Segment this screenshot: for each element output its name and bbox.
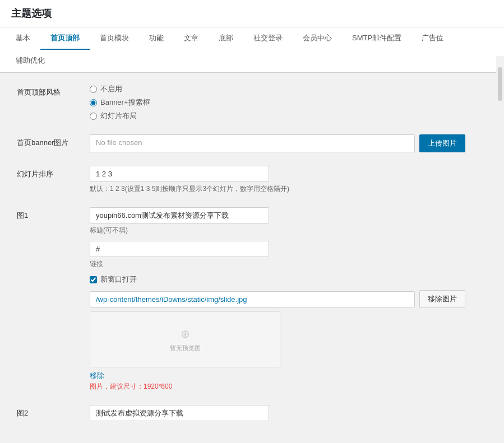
slideshow-order-section: 幻灯片排序 默认：1 2 3(设置1 3 5则按顺序只显示3个幻灯片，数字用空格… — [17, 166, 465, 194]
tab-homepage-module[interactable]: 首页模块 — [90, 27, 139, 50]
radio-slideshow[interactable]: 幻灯片布局 — [90, 111, 465, 121]
slide1-title-label: 标题(可不填) — [90, 226, 465, 235]
banner-image-label: 首页banner图片 — [17, 134, 90, 148]
page-title: 主题选项 — [0, 0, 504, 27]
slide1-label: 图1 — [17, 207, 90, 221]
slide1-image-hint: 图片，建议尺寸：1920*600 — [90, 382, 465, 391]
tab-basic[interactable]: 基本 — [6, 27, 40, 50]
upload-image-button[interactable]: 上传图片 — [419, 134, 465, 152]
image-placeholder-icon: ⊕ — [181, 327, 190, 341]
radio-banner[interactable]: Banner+搜索框 — [90, 97, 465, 108]
slide1-link-label: 链接 — [90, 259, 465, 269]
style-section: 首页顶部风格 不启用 Banner+搜索框 幻灯片布局 — [17, 84, 465, 121]
file-input-display: No file chosen — [90, 134, 415, 152]
radio-disabled[interactable]: 不启用 — [90, 84, 465, 94]
tab-member-center[interactable]: 会员中心 — [293, 27, 342, 50]
tab-social-login[interactable]: 社交登录 — [243, 27, 293, 50]
radio-disabled-label: 不启用 — [100, 84, 122, 94]
tab-function[interactable]: 功能 — [139, 27, 174, 50]
slideshow-order-input[interactable] — [90, 166, 269, 182]
image-preview-text: 暂无预览图 — [170, 344, 201, 352]
slide1-image-preview: ⊕ 暂无预览图 — [90, 311, 280, 367]
slide1-link-row: 链接 — [90, 241, 465, 269]
slideshow-order-control: 默认：1 2 3(设置1 3 5则按顺序只显示3个幻灯片，数字用空格隔开) — [90, 166, 465, 194]
tab-aux-optimize[interactable]: 辅助优化 — [6, 50, 55, 72]
banner-image-control: No file chosen 上传图片 — [90, 134, 465, 152]
file-row: No file chosen 上传图片 — [90, 134, 465, 152]
slide1-new-window-label: 新窗口打开 — [100, 274, 137, 285]
slide2-title-input[interactable] — [90, 405, 269, 421]
radio-disabled-input[interactable] — [90, 86, 97, 93]
slide2-label: 图2 — [17, 405, 90, 418]
style-label: 首页顶部风格 — [17, 84, 90, 97]
scrollbar-thumb[interactable] — [498, 67, 502, 101]
slide1-remove-link[interactable]: 移除 — [90, 371, 104, 381]
style-radio-group: 不启用 Banner+搜索框 幻灯片布局 — [90, 84, 465, 121]
slideshow-order-label: 幻灯片排序 — [17, 166, 90, 179]
tab-adspot[interactable]: 广告位 — [411, 27, 454, 50]
slideshow-order-hint: 默认：1 2 3(设置1 3 5则按顺序只显示3个幻灯片，数字用空格隔开) — [90, 184, 465, 194]
slide1-link-input[interactable] — [90, 241, 269, 257]
content-area: 首页顶部风格 不启用 Banner+搜索框 幻灯片布局 首页banner图片 — [0, 73, 482, 443]
scrollbar[interactable] — [496, 56, 504, 280]
style-control: 不启用 Banner+搜索框 幻灯片布局 — [90, 84, 465, 121]
tab-footer[interactable]: 底部 — [209, 27, 243, 50]
tabs-bar: 基本 首页顶部 首页模块 功能 文章 底部 社交登录 会员中心 SMTP邮件配置… — [0, 27, 504, 73]
slide1-new-window[interactable]: 新窗口打开 — [90, 274, 465, 285]
tab-homepage-top[interactable]: 首页顶部 — [40, 27, 90, 50]
slide1-remove-image-button[interactable]: 移除图片 — [419, 290, 465, 308]
radio-banner-label: Banner+搜索框 — [100, 97, 150, 108]
slide1-image-path-input[interactable] — [90, 291, 415, 307]
slide1-new-window-checkbox[interactable] — [90, 276, 97, 283]
banner-image-section: 首页banner图片 No file chosen 上传图片 — [17, 134, 465, 152]
slide2-section: 图2 — [17, 405, 465, 421]
slide1-control: 标题(可不填) 链接 新窗口打开 移除图片 ⊕ 暂无预览图 移 — [90, 207, 465, 391]
radio-slideshow-label: 幻灯片布局 — [100, 111, 137, 121]
tab-article[interactable]: 文章 — [174, 27, 209, 50]
slide1-title-input[interactable] — [90, 207, 269, 223]
radio-slideshow-input[interactable] — [90, 113, 97, 120]
tab-smtp[interactable]: SMTP邮件配置 — [342, 27, 411, 50]
slide1-section: 图1 标题(可不填) 链接 新窗口打开 移除图片 ⊕ — [17, 207, 465, 391]
slide2-control — [90, 405, 465, 421]
radio-banner-input[interactable] — [90, 99, 97, 106]
slide1-image-path-row: 移除图片 — [90, 290, 465, 308]
